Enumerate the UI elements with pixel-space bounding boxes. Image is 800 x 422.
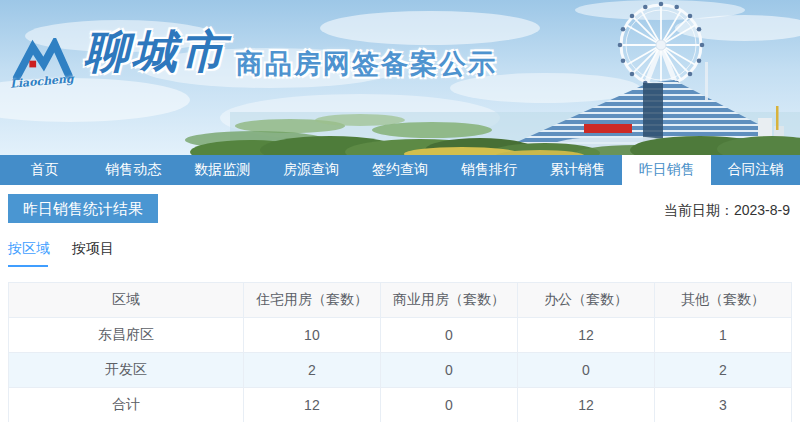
current-date-label: 当前日期：: [664, 202, 734, 218]
table-cell: 1: [654, 318, 791, 353]
nav-item-sales-updates[interactable]: 销售动态: [89, 155, 178, 185]
tab-by-district[interactable]: 按区域: [8, 240, 50, 267]
nav-item-home[interactable]: 首页: [0, 155, 89, 185]
main-nav: 首页销售动态数据监测房源查询签约查询销售排行累计销售昨日销售合同注销: [0, 155, 800, 185]
nav-item-yesterday-sales[interactable]: 昨日销售: [622, 155, 711, 185]
table-cell: 0: [517, 353, 654, 388]
sales-table-body: 东昌府区100121开发区2002合计120123: [9, 318, 792, 422]
table-row: 开发区2002: [9, 353, 792, 388]
table-cell: 12: [517, 388, 654, 422]
table-row: 合计120123: [9, 388, 792, 422]
brand: Liaocheng 聊城市 商品房网签备案公示: [10, 26, 497, 88]
table-column-header: 区域: [9, 283, 244, 318]
sales-table: 区域住宅用房（套数）商业用房（套数）办公（套数）其他（套数） 东昌府区10012…: [8, 282, 792, 422]
nav-item-data-monitoring[interactable]: 数据监测: [178, 155, 267, 185]
table-column-header: 其他（套数）: [654, 283, 791, 318]
table-cell: 0: [380, 318, 517, 353]
table-header-row: 区域住宅用房（套数）商业用房（套数）办公（套数）其他（套数）: [9, 283, 792, 318]
table-cell-region: 东昌府区: [9, 318, 244, 353]
table-cell: 2: [243, 353, 380, 388]
table-column-header: 商业用房（套数）: [380, 283, 517, 318]
nav-item-listings-search[interactable]: 房源查询: [267, 155, 356, 185]
current-date: 当前日期：2023-8-9: [664, 202, 790, 220]
view-tabs: 按区域按项目: [8, 240, 792, 267]
table-cell: 3: [654, 388, 791, 422]
table-cell: 12: [243, 388, 380, 422]
table-row: 东昌府区100121: [9, 318, 792, 353]
section-head: 昨日销售统计结果 当前日期：2023-8-9: [8, 194, 792, 223]
tab-by-project[interactable]: 按项目: [72, 240, 114, 267]
table-column-header: 办公（套数）: [517, 283, 654, 318]
nav-item-cumulative-sales[interactable]: 累计销售: [533, 155, 622, 185]
table-cell-region: 合计: [9, 388, 244, 422]
nav-item-contract-cancellation[interactable]: 合同注销: [711, 155, 800, 185]
nav-item-sales-ranking[interactable]: 销售排行: [444, 155, 533, 185]
table-cell: 10: [243, 318, 380, 353]
nav-item-signing-search[interactable]: 签约查询: [356, 155, 445, 185]
section-title-badge: 昨日销售统计结果: [8, 194, 158, 223]
table-column-header: 住宅用房（套数）: [243, 283, 380, 318]
site-logo: Liaocheng: [10, 38, 74, 88]
current-date-value: 2023-8-9: [734, 202, 790, 218]
sales-table-head: 区域住宅用房（套数）商业用房（套数）办公（套数）其他（套数）: [9, 283, 792, 318]
table-cell: 0: [380, 353, 517, 388]
brand-city-text: 聊城市: [84, 26, 228, 78]
main-content: 昨日销售统计结果 当前日期：2023-8-9 按区域按项目 区域住宅用房（套数）…: [0, 194, 800, 422]
site-banner: Liaocheng 聊城市 商品房网签备案公示: [0, 0, 800, 155]
brand-title-text: 商品房网签备案公示: [236, 46, 497, 82]
table-cell: 0: [380, 388, 517, 422]
table-cell-region: 开发区: [9, 353, 244, 388]
table-cell: 12: [517, 318, 654, 353]
table-cell: 2: [654, 353, 791, 388]
